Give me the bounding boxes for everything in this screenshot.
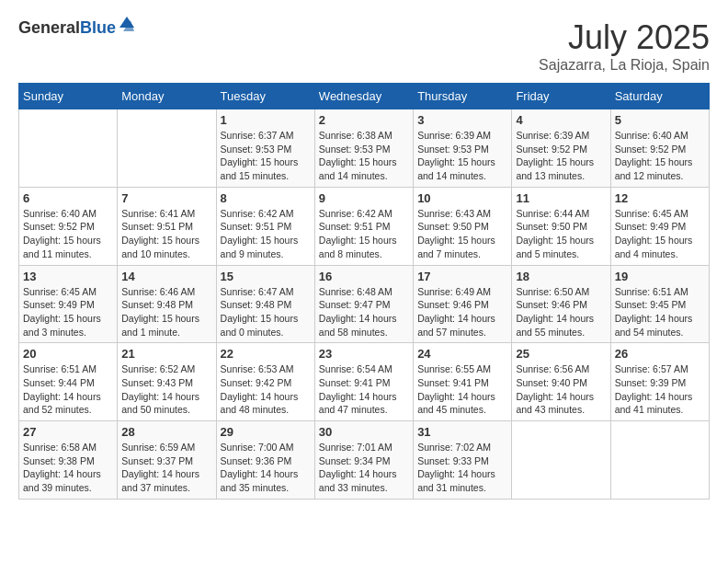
day-number: 24 — [417, 347, 507, 361]
week-row-2: 6Sunrise: 6:40 AMSunset: 9:52 PMDaylight… — [19, 187, 710, 265]
day-number: 7 — [121, 191, 211, 205]
day-number: 6 — [23, 191, 113, 205]
day-number: 5 — [615, 113, 705, 127]
day-cell: 22Sunrise: 6:53 AMSunset: 9:42 PMDayligh… — [216, 343, 314, 421]
day-cell: 8Sunrise: 6:42 AMSunset: 9:51 PMDaylight… — [216, 187, 314, 265]
day-cell: 17Sunrise: 6:49 AMSunset: 9:46 PMDayligh… — [414, 265, 512, 343]
day-cell — [19, 109, 118, 188]
day-detail: Sunrise: 6:51 AMSunset: 9:44 PMDaylight:… — [23, 362, 113, 417]
title-block: July 2025 Sajazarra, La Rioja, Spain — [539, 18, 710, 74]
day-detail: Sunrise: 6:39 AMSunset: 9:52 PMDaylight:… — [516, 129, 606, 183]
location-title: Sajazarra, La Rioja, Spain — [539, 57, 710, 74]
day-detail: Sunrise: 6:57 AMSunset: 9:39 PMDaylight:… — [615, 362, 705, 417]
day-cell: 1Sunrise: 6:37 AMSunset: 9:53 PMDaylight… — [216, 109, 314, 188]
day-number: 1 — [221, 113, 311, 127]
day-cell: 25Sunrise: 6:56 AMSunset: 9:40 PMDayligh… — [512, 343, 610, 421]
day-number: 27 — [23, 425, 113, 439]
month-title: July 2025 — [539, 18, 710, 57]
day-cell: 3Sunrise: 6:39 AMSunset: 9:53 PMDaylight… — [414, 109, 512, 188]
day-cell — [118, 109, 216, 188]
day-detail: Sunrise: 6:42 AMSunset: 9:51 PMDaylight:… — [319, 207, 409, 261]
day-number: 15 — [221, 270, 311, 283]
day-detail: Sunrise: 7:00 AMSunset: 9:36 PMDaylight:… — [221, 441, 311, 495]
day-cell: 11Sunrise: 6:44 AMSunset: 9:50 PMDayligh… — [512, 187, 610, 265]
day-detail: Sunrise: 6:40 AMSunset: 9:52 PMDaylight:… — [23, 207, 113, 261]
day-detail: Sunrise: 6:56 AMSunset: 9:40 PMDaylight:… — [516, 362, 606, 417]
day-cell: 21Sunrise: 6:52 AMSunset: 9:43 PMDayligh… — [118, 343, 216, 421]
day-cell: 12Sunrise: 6:45 AMSunset: 9:49 PMDayligh… — [610, 187, 709, 265]
day-detail: Sunrise: 6:58 AMSunset: 9:38 PMDaylight:… — [23, 441, 113, 495]
day-number: 31 — [417, 425, 507, 439]
day-number: 12 — [615, 191, 705, 205]
day-number: 28 — [121, 425, 211, 439]
day-number: 22 — [221, 347, 311, 361]
day-number: 25 — [516, 347, 606, 361]
day-cell: 31Sunrise: 7:02 AMSunset: 9:33 PMDayligh… — [414, 421, 512, 500]
day-number: 2 — [319, 113, 409, 127]
week-row-3: 13Sunrise: 6:45 AMSunset: 9:49 PMDayligh… — [19, 265, 710, 343]
day-detail: Sunrise: 6:46 AMSunset: 9:48 PMDaylight:… — [121, 285, 211, 339]
header-row: SundayMondayTuesdayWednesdayThursdayFrid… — [19, 84, 710, 109]
column-header-wednesday: Wednesday — [314, 84, 413, 109]
day-number: 23 — [319, 347, 409, 361]
day-cell: 6Sunrise: 6:40 AMSunset: 9:52 PMDaylight… — [19, 187, 118, 265]
day-detail: Sunrise: 6:54 AMSunset: 9:41 PMDaylight:… — [319, 362, 409, 417]
logo-blue: Blue — [80, 18, 116, 37]
day-detail: Sunrise: 6:47 AMSunset: 9:48 PMDaylight:… — [221, 285, 311, 339]
day-cell — [610, 421, 709, 500]
day-number: 21 — [121, 347, 211, 361]
day-detail: Sunrise: 6:52 AMSunset: 9:43 PMDaylight:… — [121, 362, 211, 417]
day-detail: Sunrise: 6:48 AMSunset: 9:47 PMDaylight:… — [319, 285, 409, 339]
day-detail: Sunrise: 6:45 AMSunset: 9:49 PMDaylight:… — [23, 285, 113, 339]
day-detail: Sunrise: 6:45 AMSunset: 9:49 PMDaylight:… — [615, 207, 705, 261]
day-number: 8 — [221, 191, 311, 205]
day-detail: Sunrise: 7:02 AMSunset: 9:33 PMDaylight:… — [417, 441, 507, 495]
day-cell: 16Sunrise: 6:48 AMSunset: 9:47 PMDayligh… — [314, 265, 413, 343]
day-number: 3 — [417, 113, 507, 127]
week-row-5: 27Sunrise: 6:58 AMSunset: 9:38 PMDayligh… — [19, 421, 710, 500]
day-cell: 4Sunrise: 6:39 AMSunset: 9:52 PMDaylight… — [512, 109, 610, 188]
column-header-monday: Monday — [118, 84, 216, 109]
calendar-table: SundayMondayTuesdayWednesdayThursdayFrid… — [18, 83, 710, 500]
day-detail: Sunrise: 6:38 AMSunset: 9:53 PMDaylight:… — [319, 129, 409, 183]
page-header: GeneralBlue July 2025 Sajazarra, La Rioj… — [18, 18, 710, 74]
day-number: 19 — [615, 270, 705, 283]
day-number: 4 — [516, 113, 606, 127]
day-number: 16 — [319, 270, 409, 283]
day-number: 18 — [516, 270, 606, 283]
day-detail: Sunrise: 6:41 AMSunset: 9:51 PMDaylight:… — [121, 207, 211, 261]
day-detail: Sunrise: 7:01 AMSunset: 9:34 PMDaylight:… — [319, 441, 409, 495]
day-cell: 20Sunrise: 6:51 AMSunset: 9:44 PMDayligh… — [19, 343, 118, 421]
day-cell — [512, 421, 610, 500]
logo-general: General — [18, 18, 80, 37]
day-cell: 27Sunrise: 6:58 AMSunset: 9:38 PMDayligh… — [19, 421, 118, 500]
day-detail: Sunrise: 6:53 AMSunset: 9:42 PMDaylight:… — [221, 362, 311, 417]
day-cell: 24Sunrise: 6:55 AMSunset: 9:41 PMDayligh… — [414, 343, 512, 421]
day-number: 29 — [221, 425, 311, 439]
day-number: 14 — [121, 270, 211, 283]
day-detail: Sunrise: 6:37 AMSunset: 9:53 PMDaylight:… — [221, 129, 311, 183]
day-cell: 7Sunrise: 6:41 AMSunset: 9:51 PMDaylight… — [118, 187, 216, 265]
column-header-sunday: Sunday — [19, 84, 118, 109]
day-detail: Sunrise: 6:42 AMSunset: 9:51 PMDaylight:… — [221, 207, 311, 261]
day-cell: 23Sunrise: 6:54 AMSunset: 9:41 PMDayligh… — [314, 343, 413, 421]
logo-icon — [118, 15, 136, 33]
day-number: 10 — [417, 191, 507, 205]
day-detail: Sunrise: 6:59 AMSunset: 9:37 PMDaylight:… — [121, 441, 211, 495]
day-number: 9 — [319, 191, 409, 205]
day-number: 13 — [23, 270, 113, 283]
day-detail: Sunrise: 6:55 AMSunset: 9:41 PMDaylight:… — [417, 362, 507, 417]
day-cell: 5Sunrise: 6:40 AMSunset: 9:52 PMDaylight… — [610, 109, 709, 188]
week-row-4: 20Sunrise: 6:51 AMSunset: 9:44 PMDayligh… — [19, 343, 710, 421]
day-cell: 19Sunrise: 6:51 AMSunset: 9:45 PMDayligh… — [610, 265, 709, 343]
day-cell: 10Sunrise: 6:43 AMSunset: 9:50 PMDayligh… — [414, 187, 512, 265]
day-number: 20 — [23, 347, 113, 361]
day-detail: Sunrise: 6:39 AMSunset: 9:53 PMDaylight:… — [417, 129, 507, 183]
column-header-tuesday: Tuesday — [216, 84, 314, 109]
day-cell: 18Sunrise: 6:50 AMSunset: 9:46 PMDayligh… — [512, 265, 610, 343]
day-cell: 13Sunrise: 6:45 AMSunset: 9:49 PMDayligh… — [19, 265, 118, 343]
day-number: 11 — [516, 191, 606, 205]
column-header-friday: Friday — [512, 84, 610, 109]
day-cell: 9Sunrise: 6:42 AMSunset: 9:51 PMDaylight… — [314, 187, 413, 265]
day-detail: Sunrise: 6:50 AMSunset: 9:46 PMDaylight:… — [516, 285, 606, 339]
